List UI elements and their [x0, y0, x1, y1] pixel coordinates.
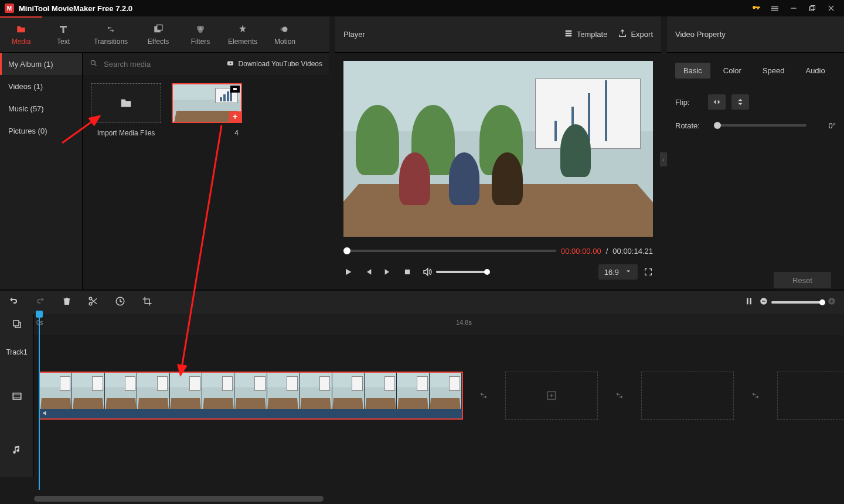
youtube-icon — [226, 60, 235, 69]
sidebar-item-pictures[interactable]: Pictures (0) — [0, 120, 82, 142]
download-youtube-link[interactable]: Download YouTube Videos — [226, 60, 322, 69]
transition-slot[interactable] — [611, 372, 628, 420]
video-icon — [230, 86, 240, 93]
svg-rect-17 — [747, 298, 748, 305]
reset-button[interactable]: Reset — [774, 272, 831, 288]
import-media-tile[interactable]: Import Media Files — [91, 83, 161, 137]
tab-effects[interactable]: Effects — [137, 16, 179, 52]
track-label-text: Track1 — [0, 335, 34, 369]
svg-rect-24 — [13, 321, 19, 326]
volume-handle[interactable] — [484, 269, 490, 275]
crop-button[interactable] — [142, 296, 152, 309]
folder-plus-icon — [118, 97, 134, 110]
rotate-value: 0° — [812, 121, 836, 130]
timeline-scrollbar[interactable] — [34, 496, 838, 502]
svg-rect-18 — [750, 298, 751, 305]
zoom-out-button[interactable] — [760, 297, 768, 308]
empty-clip-slot[interactable] — [777, 372, 844, 420]
export-button[interactable]: Export — [618, 29, 653, 40]
sidebar-item-my-album[interactable]: My Album (1) — [0, 53, 82, 75]
scrub-bar[interactable] — [343, 250, 556, 252]
playhead[interactable] — [39, 314, 40, 490]
aspect-ratio-select[interactable]: 16:9 — [598, 264, 638, 280]
video-track-icon — [0, 369, 34, 423]
volume-icon[interactable] — [422, 267, 433, 277]
play-button[interactable] — [343, 267, 353, 277]
flip-vertical-button[interactable] — [731, 94, 749, 110]
audio-track-icon — [0, 423, 34, 477]
folder-icon — [15, 23, 28, 35]
rotate-slider[interactable] — [714, 124, 806, 127]
text-icon — [57, 23, 69, 35]
tab-media[interactable]: Media — [0, 16, 42, 52]
search-icon — [90, 59, 98, 69]
video-preview[interactable] — [343, 61, 653, 237]
media-clip-tile[interactable]: + 4 — [172, 83, 242, 137]
svg-point-9 — [281, 28, 284, 31]
main-tabs: Media Text Transitions Effects Filters E… — [0, 16, 329, 53]
time-total: 00:00:14.21 — [612, 247, 653, 256]
tab-motion[interactable]: Motion — [264, 16, 306, 52]
zoom-in-button[interactable] — [828, 297, 836, 308]
empty-clip-slot[interactable] — [641, 372, 734, 420]
maximize-button[interactable] — [804, 1, 821, 15]
transition-slot[interactable] — [747, 372, 764, 420]
clip-thumbnail[interactable]: + — [172, 83, 242, 123]
delete-button[interactable] — [62, 296, 72, 309]
svg-rect-12 — [233, 88, 236, 90]
fullscreen-button[interactable] — [644, 267, 653, 277]
transition-slot[interactable] — [475, 372, 492, 420]
rotate-label: Rotate: — [675, 121, 708, 130]
prev-frame-button[interactable] — [363, 267, 373, 277]
stop-button[interactable] — [403, 268, 411, 276]
import-dropzone[interactable] — [91, 83, 161, 123]
prop-tab-audio[interactable]: Audio — [797, 63, 833, 79]
svg-rect-1 — [811, 6, 815, 10]
tab-filters[interactable]: Filters — [179, 16, 222, 52]
speed-button[interactable] — [115, 296, 125, 309]
undo-button[interactable] — [8, 297, 19, 308]
add-to-timeline-button[interactable]: + — [229, 111, 241, 122]
flip-horizontal-button[interactable] — [708, 94, 726, 110]
redo-button[interactable] — [35, 297, 46, 308]
chevron-down-icon — [625, 268, 632, 277]
zoom-handle[interactable] — [819, 299, 825, 305]
tab-transitions[interactable]: Transitions — [84, 16, 137, 52]
volume-slider[interactable] — [436, 271, 489, 273]
library-sidebar: My Album (1) Videos (1) Music (57) Pictu… — [0, 53, 83, 290]
menu-icon[interactable] — [767, 1, 783, 15]
split-button[interactable] — [88, 296, 98, 309]
next-frame-button[interactable] — [383, 267, 393, 277]
prop-tab-speed[interactable]: Speed — [754, 63, 793, 79]
tab-elements[interactable]: Elements — [222, 16, 264, 52]
sidebar-item-music[interactable]: Music (57) — [0, 97, 82, 120]
app-icon: M — [5, 4, 14, 13]
title-bar: M MiniTool MovieMaker Free 7.2.0 — [0, 0, 844, 16]
snap-button[interactable] — [744, 297, 754, 308]
svg-rect-0 — [791, 8, 796, 8]
rotate-handle[interactable] — [714, 122, 721, 129]
library-toolbar: Download YouTube Videos — [83, 53, 329, 75]
prop-tab-basic[interactable]: Basic — [675, 63, 710, 79]
transitions-icon — [104, 23, 117, 35]
svg-point-7 — [198, 28, 203, 33]
search-input[interactable] — [104, 60, 220, 69]
template-button[interactable]: Template — [564, 29, 608, 40]
minimize-button[interactable] — [785, 1, 802, 15]
zoom-slider[interactable] — [771, 301, 824, 304]
svg-point-10 — [91, 60, 95, 64]
add-track-icon[interactable] — [12, 319, 22, 331]
svg-rect-2 — [810, 7, 814, 11]
video-track — [0, 369, 844, 423]
collapse-properties-button[interactable]: › — [660, 152, 667, 166]
tab-text[interactable]: Text — [42, 16, 84, 52]
filters-icon — [195, 23, 206, 35]
license-key-icon[interactable] — [748, 1, 764, 15]
prop-tab-color[interactable]: Color — [715, 63, 750, 79]
timeline-ruler[interactable]: 0s 14.8s — [34, 314, 844, 335]
sidebar-item-videos[interactable]: Videos (1) — [0, 75, 82, 97]
close-button[interactable] — [823, 1, 839, 15]
scrub-handle[interactable] — [343, 247, 350, 254]
video-clip[interactable] — [39, 372, 463, 420]
empty-clip-slot[interactable] — [505, 372, 598, 420]
